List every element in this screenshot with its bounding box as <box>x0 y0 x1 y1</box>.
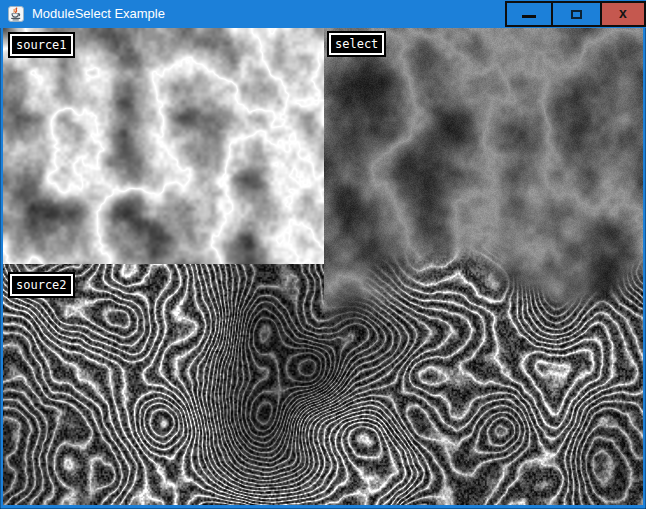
minimize-icon <box>522 15 536 18</box>
window-controls: x <box>505 0 646 28</box>
close-icon: x <box>619 6 627 20</box>
label-source2: source2 <box>10 274 73 296</box>
close-button[interactable]: x <box>602 1 646 27</box>
label-select: select <box>329 33 384 55</box>
label-source1: source1 <box>10 34 73 56</box>
maximize-button[interactable] <box>553 1 602 27</box>
minimize-button[interactable] <box>505 1 553 27</box>
noise-preview-canvas <box>3 28 643 505</box>
window-title: ModuleSelect Example <box>32 0 165 28</box>
maximize-icon <box>571 10 582 19</box>
noise-render-area: source1 select source2 <box>3 28 643 505</box>
titlebar[interactable]: ModuleSelect Example x <box>0 0 646 28</box>
app-window: ModuleSelect Example x source1 select so… <box>0 0 646 509</box>
java-coffee-cup-icon <box>8 6 24 22</box>
